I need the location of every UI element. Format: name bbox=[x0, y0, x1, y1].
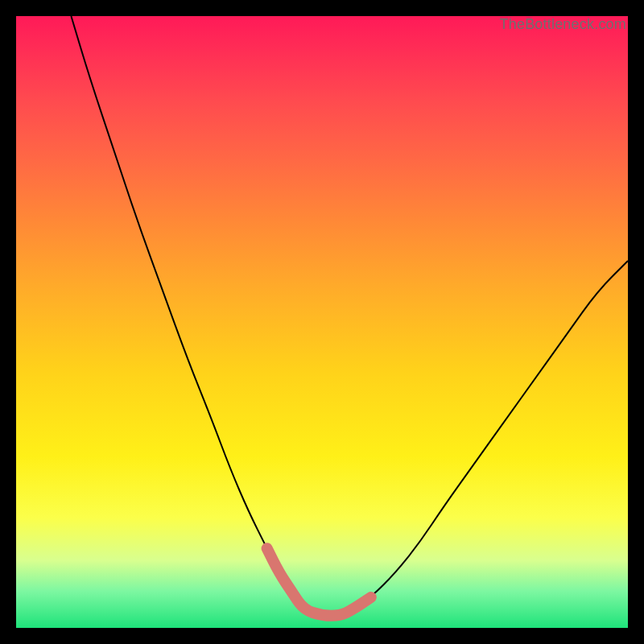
highlight-segment bbox=[267, 548, 371, 616]
chart-frame: TheBottleneck.com bbox=[0, 0, 644, 644]
chart-svg bbox=[16, 16, 628, 628]
bottleneck-curve bbox=[71, 16, 628, 616]
watermark-text: TheBottleneck.com bbox=[500, 16, 626, 33]
